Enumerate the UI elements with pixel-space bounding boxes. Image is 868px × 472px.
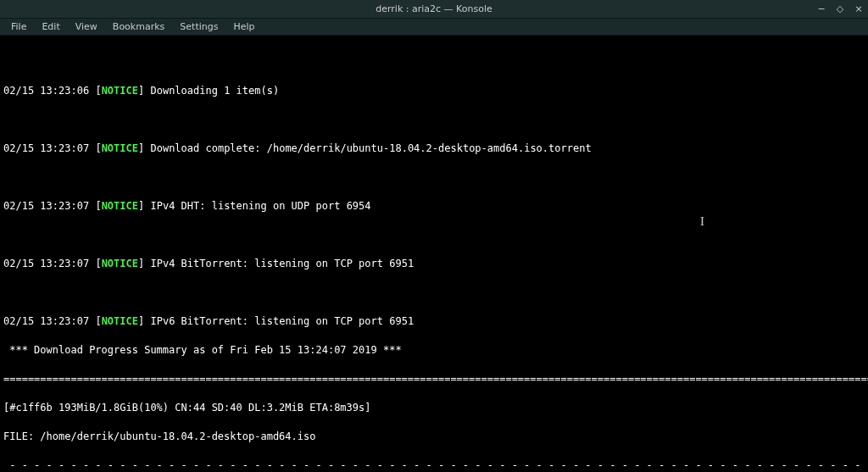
- log-message: Download complete: /home/derrik/ubuntu-1…: [150, 142, 591, 154]
- separator-eq: ========================================…: [3, 372, 866, 386]
- log-message: IPv4 DHT: listening on UDP port 6954: [150, 200, 370, 212]
- log-timestamp: 02/15 13:23:06: [3, 85, 89, 97]
- menu-bookmarks[interactable]: Bookmarks: [105, 19, 172, 34]
- menu-edit[interactable]: Edit: [34, 19, 67, 34]
- menu-settings[interactable]: Settings: [172, 19, 225, 34]
- log-timestamp: 02/15 13:23:07: [3, 315, 89, 327]
- separator-dash: - - - - - - - - - - - - - - - - - - - - …: [3, 458, 866, 472]
- notice-tag: NOTICE: [102, 85, 138, 97]
- notice-tag: NOTICE: [102, 258, 138, 269]
- notice-tag: NOTICE: [102, 200, 138, 212]
- summary-header: *** Download Progress Summary as of Fri …: [3, 343, 866, 358]
- log-message: IPv6 BitTorrent: listening on TCP port 6…: [150, 315, 414, 327]
- menu-file[interactable]: File: [3, 19, 34, 34]
- menubar: File Edit View Bookmarks Settings Help: [0, 19, 868, 36]
- notice-tag: NOTICE: [102, 315, 138, 327]
- notice-tag: NOTICE: [102, 142, 138, 154]
- close-icon[interactable]: ×: [853, 3, 865, 15]
- titlebar: derrik : aria2c — Konsole − ◇ ×: [0, 0, 868, 19]
- window-controls: − ◇ ×: [815, 3, 865, 15]
- menu-help[interactable]: Help: [225, 19, 262, 34]
- log-timestamp: 02/15 13:23:07: [3, 142, 89, 154]
- log-message: Downloading 1 item(s): [150, 85, 279, 97]
- terminal-viewport[interactable]: 02/15 13:23:06 [NOTICE] Downloading 1 it…: [0, 36, 868, 472]
- minimize-icon[interactable]: −: [815, 3, 827, 15]
- summary-file: FILE: /home/derrik/ubuntu-18.04.2-deskto…: [3, 430, 866, 444]
- text-cursor-ibeam: I: [700, 214, 704, 229]
- summary-status: [#c1ff6b 193MiB/1.8GiB(10%) CN:44 SD:40 …: [3, 401, 866, 415]
- log-message: IPv4 BitTorrent: listening on TCP port 6…: [150, 258, 414, 269]
- log-timestamp: 02/15 13:23:07: [3, 200, 89, 212]
- maximize-icon[interactable]: ◇: [834, 3, 846, 15]
- menu-view[interactable]: View: [68, 19, 105, 34]
- log-timestamp: 02/15 13:23:07: [3, 258, 89, 269]
- window-title: derrik : aria2c — Konsole: [0, 3, 868, 14]
